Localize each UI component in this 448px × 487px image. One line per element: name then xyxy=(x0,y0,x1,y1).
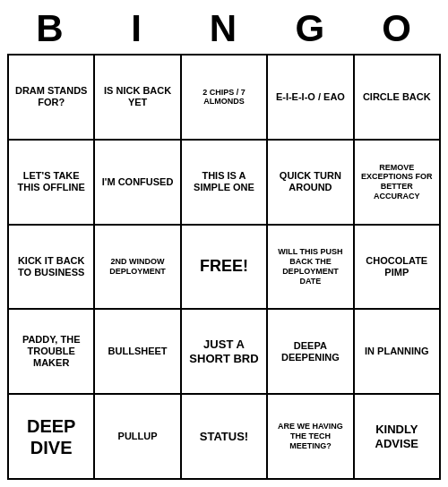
bingo-grid: DRAM STANDS FOR?IS NICK BACK YET2 CHIPS … xyxy=(7,54,441,480)
cell-2-2: FREE! xyxy=(182,226,268,311)
bingo-title: BINGO xyxy=(7,7,441,50)
cell-4-4: KINDLY ADVISE xyxy=(355,395,441,480)
cell-1-3: QUICK TURN AROUND xyxy=(268,141,354,226)
cell-1-0: LET'S TAKE THIS OFFLINE xyxy=(9,141,95,226)
cell-0-4: CIRCLE BACK xyxy=(355,56,441,141)
cell-0-1: IS NICK BACK YET xyxy=(95,56,181,141)
cell-0-0: DRAM STANDS FOR? xyxy=(9,56,95,141)
title-letter: I xyxy=(94,7,181,50)
cell-4-2: STATUS! xyxy=(182,395,268,480)
cell-3-4: IN PLANNING xyxy=(355,310,441,395)
cell-0-2: 2 CHIPS / 7 ALMONDS xyxy=(182,56,268,141)
cell-1-1: I'M CONFUSED xyxy=(95,141,181,226)
cell-1-4: REMOVE EXCEPTIONS FOR BETTER ACCURACY xyxy=(355,141,441,226)
cell-3-0: PADDY, THE TROUBLE MAKER xyxy=(9,310,95,395)
cell-4-0: DEEP DIVE xyxy=(9,395,95,480)
cell-2-0: KICK IT BACK TO BUSINESS xyxy=(9,226,95,311)
cell-3-1: BULLSHEET xyxy=(95,310,181,395)
cell-2-4: CHOCOLATE PIMP xyxy=(355,226,441,311)
cell-4-1: PULLUP xyxy=(95,395,181,480)
cell-2-1: 2ND WINDOW DEPLOYMENT xyxy=(95,226,181,311)
cell-1-2: THIS IS A SIMPLE ONE xyxy=(182,141,268,226)
cell-4-3: ARE WE HAVING THE TECH MEETING? xyxy=(268,395,354,480)
cell-3-3: DEEPA DEEPENING xyxy=(268,310,354,395)
title-letter: N xyxy=(181,7,268,50)
title-letter: G xyxy=(267,7,354,50)
title-letter: O xyxy=(354,7,441,50)
cell-2-3: WILL THIS PUSH BACK THE DEPLOYMENT DATE xyxy=(268,226,354,311)
cell-0-3: E-I-E-I-O / EAO xyxy=(268,56,354,141)
title-letter: B xyxy=(7,7,94,50)
cell-3-2: JUST A SHORT BRD xyxy=(182,310,268,395)
